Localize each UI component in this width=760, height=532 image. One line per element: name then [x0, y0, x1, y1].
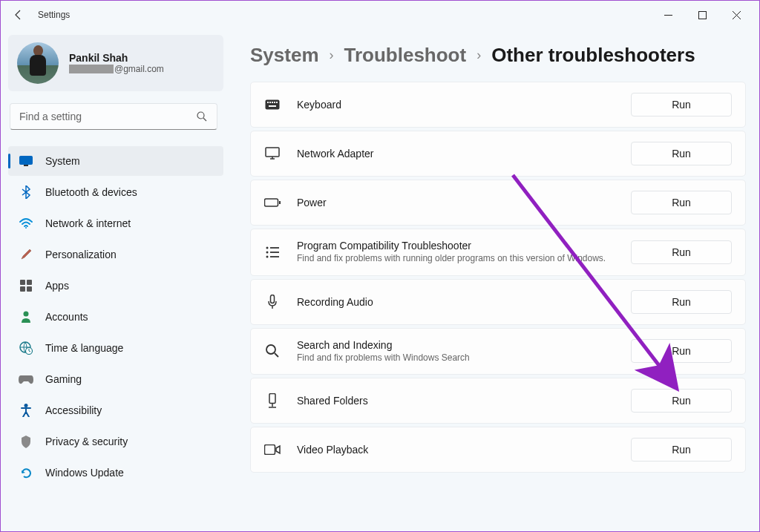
svg-point-33 [266, 255, 269, 257]
titlebar: Settings [1, 1, 759, 29]
svg-point-4 [197, 112, 204, 119]
chevron-right-icon: › [476, 47, 481, 63]
avatar [17, 42, 59, 84]
svg-rect-6 [20, 157, 33, 165]
svg-rect-9 [20, 280, 25, 285]
svg-rect-23 [269, 105, 276, 107]
monitor-icon [19, 154, 33, 168]
svg-point-31 [266, 251, 269, 253]
back-button[interactable] [7, 3, 30, 27]
close-icon [733, 11, 741, 19]
svg-rect-19 [269, 102, 271, 103]
svg-rect-39 [269, 394, 275, 404]
microphone-icon [264, 294, 281, 310]
minimize-icon [664, 11, 672, 19]
run-button[interactable]: Run [631, 389, 732, 413]
svg-point-29 [266, 246, 269, 249]
globe-clock-icon [19, 341, 33, 355]
profile-info: Pankil Shah @gmail.com [69, 52, 164, 74]
search-icon [196, 111, 208, 122]
svg-point-13 [24, 312, 29, 317]
profile-card[interactable]: Pankil Shah @gmail.com [8, 35, 223, 91]
person-icon [19, 309, 33, 324]
profile-email: @gmail.com [69, 64, 164, 74]
sidebar-item-bluetooth[interactable]: Bluetooth & devices [8, 177, 223, 207]
troubleshooter-network-adapter[interactable]: Network Adapter Run [250, 131, 746, 177]
run-button[interactable]: Run [631, 240, 732, 264]
sidebar-item-gaming[interactable]: Gaming [8, 364, 223, 394]
sidebar-item-update[interactable]: Windows Update [8, 458, 223, 487]
troubleshooter-list: Keyboard Run Network Adapter Run Power R… [250, 82, 746, 473]
svg-rect-27 [265, 199, 278, 206]
sidebar-item-label: Privacy & security [45, 436, 128, 447]
list-icon [264, 244, 281, 260]
sidebar-item-privacy[interactable]: Privacy & security [8, 427, 223, 456]
troubleshooter-recording-audio[interactable]: Recording Audio Run [250, 279, 746, 325]
sidebar-item-accessibility[interactable]: Accessibility [8, 395, 223, 425]
window-title: Settings [38, 10, 70, 20]
svg-line-38 [275, 353, 278, 357]
sidebar-item-label: Windows Update [45, 467, 124, 479]
sidebar-item-personalization[interactable]: Personalization [8, 240, 223, 269]
sidebar-item-label: Bluetooth & devices [45, 186, 137, 198]
window-controls [651, 3, 753, 27]
troubleshooter-keyboard[interactable]: Keyboard Run [250, 82, 746, 128]
svg-point-37 [266, 345, 275, 354]
content: System › Troubleshoot › Other troublesho… [231, 29, 759, 531]
troubleshooter-desc: Find and fix problems with Windows Searc… [297, 352, 631, 364]
troubleshooter-program-compat[interactable]: Program Compatibility Troubleshooter Fin… [250, 229, 746, 276]
chevron-right-icon: › [330, 47, 334, 63]
sidebar: Pankil Shah @gmail.com System Bluetooth … [1, 29, 231, 531]
sidebar-item-system[interactable]: System [8, 146, 223, 176]
run-button[interactable]: Run [631, 93, 732, 116]
sidebar-item-label: Gaming [45, 373, 82, 385]
sidebar-item-network[interactable]: Network & internet [8, 208, 223, 238]
nav: System Bluetooth & devices Network & int… [8, 146, 223, 487]
brush-icon [19, 247, 33, 262]
minimize-button[interactable] [651, 3, 685, 27]
svg-rect-24 [266, 148, 279, 157]
update-icon [19, 465, 33, 480]
search-box[interactable] [10, 103, 217, 130]
profile-name: Pankil Shah [69, 52, 164, 64]
search-icon [264, 343, 281, 359]
troubleshooter-shared-folders[interactable]: Shared Folders Run [250, 378, 746, 424]
run-button[interactable]: Run [631, 191, 732, 214]
run-button[interactable]: Run [631, 142, 732, 165]
troubleshooter-label: Network Adapter [297, 148, 631, 160]
troubleshooter-desc: Find and fix problems with running older… [297, 253, 631, 265]
sidebar-item-time-language[interactable]: Time & language [8, 333, 223, 363]
svg-rect-17 [266, 100, 280, 110]
breadcrumb-current: Other troubleshooters [491, 44, 695, 67]
maximize-icon [698, 11, 707, 19]
troubleshooter-video-playback[interactable]: Video Playback Run [250, 427, 746, 473]
troubleshooter-label: Search and Indexing [297, 339, 631, 351]
maximize-button[interactable] [685, 3, 719, 27]
sidebar-item-label: System [45, 155, 80, 167]
close-button[interactable] [719, 3, 753, 27]
sidebar-item-apps[interactable]: Apps [8, 271, 223, 301]
run-button[interactable]: Run [631, 290, 732, 314]
sidebar-item-label: Accessibility [45, 404, 102, 416]
search-input[interactable] [19, 111, 196, 122]
troubleshooter-label: Keyboard [297, 99, 631, 111]
svg-rect-20 [272, 102, 273, 103]
sidebar-item-accounts[interactable]: Accounts [8, 302, 223, 332]
sidebar-item-label: Accounts [45, 311, 88, 323]
run-button[interactable]: Run [631, 339, 732, 363]
troubleshooter-label: Program Compatibility Troubleshooter [297, 240, 631, 252]
troubleshooter-power[interactable]: Power Run [250, 180, 746, 226]
breadcrumb-system[interactable]: System [250, 44, 319, 67]
svg-rect-1 [698, 11, 706, 19]
troubleshooter-search-indexing[interactable]: Search and Indexing Find and fix problem… [250, 328, 746, 375]
battery-icon [264, 194, 281, 211]
accessibility-icon [19, 403, 33, 418]
svg-rect-35 [271, 295, 275, 303]
monitor-network-icon [264, 145, 281, 162]
bluetooth-icon [19, 185, 33, 200]
keyboard-icon [264, 96, 281, 113]
breadcrumb-troubleshoot[interactable]: Troubleshoot [344, 44, 467, 67]
run-button[interactable]: Run [631, 438, 732, 462]
sidebar-item-label: Time & language [45, 342, 123, 354]
device-stand-icon [264, 393, 281, 409]
